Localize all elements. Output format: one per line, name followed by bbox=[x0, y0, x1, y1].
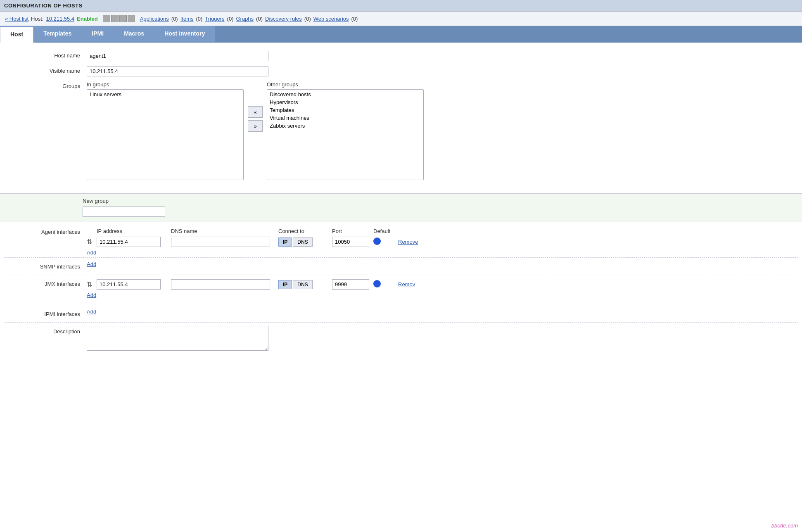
jmx-connect-ip-btn[interactable]: IP bbox=[278, 280, 292, 289]
other-groups-label: Other groups bbox=[267, 81, 424, 88]
ipmi-interfaces-label: IPMI interfaces bbox=[4, 309, 87, 317]
col-default-header: Default bbox=[373, 228, 406, 234]
tab-host[interactable]: Host bbox=[0, 26, 33, 43]
discovery-rules-link[interactable]: Discovery rules bbox=[265, 16, 302, 22]
col-dns-header: DNS name bbox=[171, 228, 278, 234]
new-group-input[interactable] bbox=[83, 207, 165, 217]
host-name-input[interactable] bbox=[87, 51, 268, 61]
agent-if-port-cell bbox=[332, 237, 373, 247]
visible-name-label: Visible name bbox=[4, 66, 87, 74]
host-name-label: Host name bbox=[4, 51, 87, 59]
agent-if-connect-cell: IP DNS bbox=[278, 238, 332, 247]
agent-if-header: IP address DNS name Connect to Port Defa… bbox=[87, 226, 798, 236]
nav-icon-1[interactable] bbox=[103, 15, 110, 22]
agent-if-default-cell bbox=[373, 238, 398, 246]
web-scenarios-link[interactable]: Web scenarios bbox=[313, 16, 349, 22]
groups-arrows: « » bbox=[248, 81, 263, 132]
list-item[interactable]: Linux servers bbox=[88, 90, 242, 98]
agent-if-ip-input[interactable] bbox=[97, 237, 161, 247]
agent-if-remove-cell: Remove bbox=[398, 239, 418, 245]
page-title: CONFIGURATION OF HOSTS bbox=[0, 0, 802, 12]
agent-if-add-link[interactable]: Add bbox=[87, 249, 96, 256]
nav-icon-4[interactable] bbox=[128, 15, 135, 22]
tab-ipmi[interactable]: IPMI bbox=[82, 26, 114, 42]
tab-host-inventory[interactable]: Host inventory bbox=[154, 26, 215, 42]
ipmi-interfaces-content: Add bbox=[87, 309, 798, 315]
list-item[interactable]: Templates bbox=[268, 106, 422, 114]
graphs-count: (0) bbox=[256, 16, 263, 22]
ipmi-interfaces-row: IPMI interfaces Add bbox=[4, 305, 798, 317]
col-ip-header: IP address bbox=[97, 228, 171, 234]
groups-row: Groups In groups Linux servers « » Other… bbox=[4, 81, 794, 180]
jmx-if-ip-cell bbox=[97, 279, 171, 290]
jmx-default-indicator[interactable] bbox=[373, 280, 381, 287]
agent-default-indicator[interactable] bbox=[373, 238, 381, 245]
jmx-if-connect-cell: IP DNS bbox=[278, 280, 332, 289]
groups-label: Groups bbox=[4, 81, 87, 89]
jmx-interfaces-label: JMX interfaces bbox=[4, 278, 87, 287]
move-left-btn[interactable]: « bbox=[248, 106, 263, 118]
visible-name-input[interactable] bbox=[87, 66, 268, 76]
agent-connect-ip-btn[interactable]: IP bbox=[278, 238, 292, 247]
list-item[interactable]: Discovered hosts bbox=[268, 90, 422, 98]
jmx-if-remove-link[interactable]: Remov bbox=[398, 281, 415, 287]
col-connect-header: Connect to bbox=[278, 228, 332, 234]
list-item[interactable]: Hypervisors bbox=[268, 98, 422, 106]
agent-if-move[interactable]: ⇅ bbox=[87, 238, 97, 246]
agent-connect-dns-btn[interactable]: DNS bbox=[293, 238, 312, 247]
visible-name-row: Visible name bbox=[4, 66, 794, 76]
snmp-interfaces-label: SNMP interfaces bbox=[4, 261, 87, 270]
jmx-if-default-cell bbox=[373, 280, 398, 289]
agent-interfaces-row: Agent interfaces IP address DNS name Con… bbox=[4, 226, 798, 257]
jmx-interfaces-row: JMX interfaces ⇅ IP DNS bbox=[4, 275, 798, 300]
nav-icon-3[interactable] bbox=[119, 15, 127, 22]
graphs-link[interactable]: Graphs bbox=[236, 16, 254, 22]
jmx-if-add-link[interactable]: Add bbox=[87, 292, 96, 298]
host-name-field bbox=[87, 51, 794, 61]
nav-icon-2[interactable] bbox=[111, 15, 119, 22]
in-groups-container: In groups Linux servers bbox=[87, 81, 244, 180]
new-group-section: New group bbox=[0, 193, 802, 221]
jmx-if-data-row: ⇅ IP DNS bbox=[87, 278, 798, 290]
discovery-rules-count: (0) bbox=[304, 16, 311, 22]
agent-if-dns-input[interactable] bbox=[171, 237, 270, 247]
interfaces-area: Agent interfaces IP address DNS name Con… bbox=[0, 226, 802, 352]
host-list-link[interactable]: « Host list bbox=[5, 16, 28, 22]
list-item[interactable]: Zabbix servers bbox=[268, 122, 422, 130]
items-link[interactable]: Items bbox=[180, 16, 194, 22]
jmx-if-move[interactable]: ⇅ bbox=[87, 280, 97, 288]
applications-link[interactable]: Applications bbox=[140, 16, 169, 22]
agent-if-port-input[interactable] bbox=[332, 237, 369, 247]
snmp-if-add-link[interactable]: Add bbox=[87, 261, 96, 267]
jmx-interfaces-content: ⇅ IP DNS bbox=[87, 278, 798, 300]
jmx-if-port-input[interactable] bbox=[332, 279, 369, 290]
ipmi-if-add-link[interactable]: Add bbox=[87, 309, 96, 315]
col-port-header: Port bbox=[332, 228, 373, 234]
new-group-label: New group bbox=[83, 198, 798, 204]
description-input[interactable] bbox=[87, 326, 268, 351]
triggers-count: (0) bbox=[227, 16, 234, 22]
host-label: Host: bbox=[31, 16, 43, 22]
items-count: (0) bbox=[196, 16, 202, 22]
in-groups-list[interactable]: Linux servers bbox=[87, 89, 244, 180]
description-field bbox=[87, 326, 798, 352]
jmx-connect-dns-btn[interactable]: DNS bbox=[293, 280, 312, 289]
other-groups-list[interactable]: Discovered hosts Hypervisors Templates V… bbox=[267, 89, 424, 180]
agent-if-remove-link[interactable]: Remove bbox=[398, 239, 418, 245]
applications-count: (0) bbox=[171, 16, 178, 22]
jmx-if-ip-input[interactable] bbox=[97, 279, 161, 290]
snmp-interfaces-row: SNMP interfaces Add bbox=[4, 257, 798, 270]
move-right-btn[interactable]: » bbox=[248, 120, 263, 132]
agent-interfaces-label: Agent interfaces bbox=[4, 226, 87, 235]
tab-templates[interactable]: Templates bbox=[33, 26, 82, 42]
nav-icons bbox=[103, 15, 135, 22]
jmx-if-dns-cell bbox=[171, 279, 278, 290]
list-item[interactable]: Virtual machines bbox=[268, 114, 422, 122]
agent-interfaces-content: IP address DNS name Connect to Port Defa… bbox=[87, 226, 798, 257]
triggers-link[interactable]: Triggers bbox=[205, 16, 224, 22]
jmx-if-add-row: Add bbox=[87, 290, 798, 300]
jmx-if-dns-input[interactable] bbox=[171, 279, 270, 290]
nav-bar: « Host list Host: 10.211.55.4 Enabled Ap… bbox=[0, 12, 802, 26]
tab-macros[interactable]: Macros bbox=[114, 26, 154, 42]
host-ip-link[interactable]: 10.211.55.4 bbox=[46, 16, 74, 22]
